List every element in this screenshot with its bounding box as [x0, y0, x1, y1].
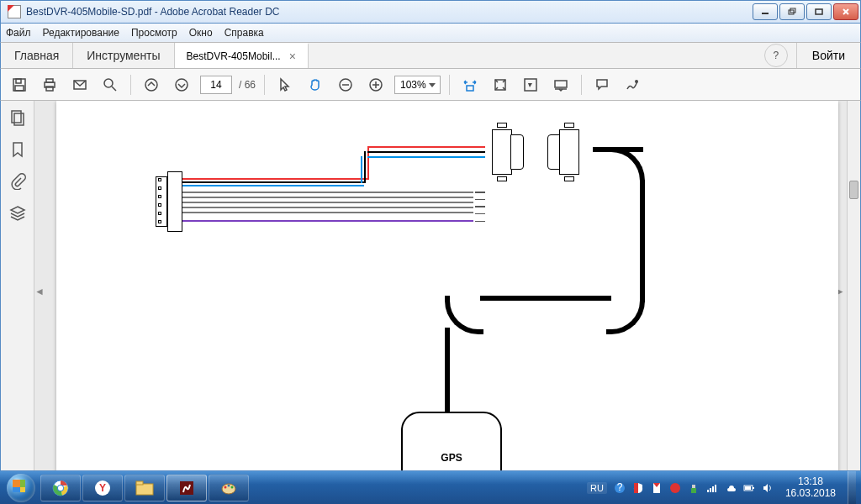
- db9-female-icon: [544, 124, 594, 180]
- svg-point-16: [176, 79, 188, 91]
- zoom-in-icon[interactable]: [364, 73, 388, 97]
- windows-orb-icon: [7, 474, 35, 502]
- scrollbar-thumb[interactable]: [849, 181, 858, 199]
- fit-width-icon[interactable]: [458, 73, 482, 97]
- tray-generic-icon[interactable]: [669, 482, 681, 494]
- start-button[interactable]: [3, 471, 39, 505]
- close-tab-icon[interactable]: ×: [289, 50, 296, 63]
- clock[interactable]: 13:18 16.03.2018: [780, 476, 841, 498]
- volume-tray-icon[interactable]: [762, 482, 774, 494]
- action-center-icon[interactable]: [651, 482, 663, 494]
- thumbnails-icon[interactable]: [9, 109, 26, 126]
- db9-male-icon: [477, 124, 527, 180]
- minimize-button[interactable]: [753, 3, 778, 20]
- language-indicator[interactable]: RU: [587, 482, 607, 494]
- menu-bar: Файл Редактирование Просмотр Окно Справк…: [0, 24, 861, 42]
- svg-rect-11: [46, 87, 53, 91]
- svg-point-15: [145, 79, 157, 91]
- pdf-page: GPS: [56, 101, 838, 470]
- hand-tool-icon[interactable]: [304, 73, 327, 97]
- sign-icon[interactable]: [621, 73, 644, 97]
- window-title: BestDVR-405Mobile-SD.pdf - Adobe Acrobat…: [26, 6, 753, 18]
- save-icon[interactable]: [8, 73, 31, 97]
- gps-module: GPS: [401, 412, 502, 470]
- zoom-value: 103%: [400, 79, 426, 91]
- diagram: GPS: [56, 101, 838, 470]
- network-tray-icon[interactable]: [706, 482, 718, 494]
- gps-label: GPS: [441, 452, 462, 464]
- mail-icon[interactable]: [68, 73, 92, 97]
- taskbar-paint[interactable]: [209, 475, 249, 501]
- fullscreen-icon[interactable]: [519, 73, 542, 97]
- svg-rect-36: [136, 484, 153, 495]
- battery-tray-icon[interactable]: [743, 482, 755, 494]
- taskbar-explorer[interactable]: [124, 475, 165, 501]
- page-down-icon[interactable]: [170, 73, 193, 97]
- svg-rect-51: [712, 486, 714, 492]
- layers-icon[interactable]: [9, 205, 26, 222]
- help-tray-icon[interactable]: ?: [614, 482, 626, 494]
- page-count-label: / 66: [239, 79, 256, 91]
- taskbar-acrobat[interactable]: [166, 475, 207, 501]
- svg-rect-7: [16, 79, 21, 83]
- onedrive-tray-icon[interactable]: [725, 482, 737, 494]
- clock-date: 16.03.2018: [785, 488, 836, 499]
- close-button[interactable]: [833, 3, 858, 20]
- print-icon[interactable]: [38, 73, 61, 97]
- document-tab-label: BestDVR-405Mobil...: [187, 50, 281, 62]
- maximize-button[interactable]: [806, 3, 832, 20]
- svg-rect-25: [555, 81, 567, 87]
- zoom-select[interactable]: 103%: [394, 76, 441, 94]
- security-tray-icon[interactable]: [632, 482, 644, 494]
- tab-home[interactable]: Главная: [1, 43, 73, 68]
- fit-page-icon[interactable]: [489, 73, 512, 97]
- svg-point-40: [224, 486, 227, 488]
- read-mode-icon[interactable]: [549, 73, 573, 97]
- window-titlebar: BestDVR-405Mobile-SD.pdf - Adobe Acrobat…: [0, 0, 861, 24]
- svg-rect-10: [46, 79, 53, 82]
- svg-line-14: [112, 87, 116, 91]
- svg-rect-52: [715, 485, 716, 492]
- document-viewport[interactable]: ◄ ►: [34, 101, 860, 470]
- login-button[interactable]: Войти: [796, 43, 860, 68]
- bookmarks-icon[interactable]: [9, 141, 26, 158]
- menu-edit[interactable]: Редактирование: [43, 27, 119, 39]
- svg-point-41: [228, 484, 230, 486]
- attachments-icon[interactable]: [9, 173, 26, 190]
- vertical-scrollbar[interactable]: [847, 101, 860, 470]
- toolbar: / 66 103%: [0, 69, 861, 101]
- svg-rect-45: [634, 483, 638, 493]
- show-desktop-button[interactable]: [848, 471, 856, 505]
- svg-rect-55: [745, 486, 751, 490]
- search-icon[interactable]: [98, 73, 122, 97]
- menu-file[interactable]: Файл: [6, 27, 31, 39]
- svg-rect-37: [136, 481, 143, 485]
- prev-page-arrow[interactable]: ◄: [36, 286, 43, 297]
- svg-rect-47: [691, 488, 696, 493]
- page-number-input[interactable]: [200, 76, 232, 94]
- svg-rect-29: [14, 113, 24, 125]
- restore-button[interactable]: [779, 3, 805, 20]
- clock-time: 13:18: [785, 476, 836, 487]
- svg-point-13: [104, 79, 113, 87]
- taskbar-chrome[interactable]: [40, 475, 81, 501]
- svg-rect-8: [15, 86, 24, 91]
- menu-help[interactable]: Справка: [224, 27, 264, 39]
- svg-text:Y: Y: [99, 482, 106, 494]
- zoom-out-icon[interactable]: [334, 73, 357, 97]
- document-tab[interactable]: BestDVR-405Mobil... ×: [175, 43, 309, 68]
- svg-point-33: [58, 486, 63, 491]
- menu-view[interactable]: Просмотр: [131, 27, 177, 39]
- comment-icon[interactable]: [590, 73, 614, 97]
- help-button[interactable]: ?: [764, 44, 788, 67]
- taskbar-yandex[interactable]: Y: [82, 475, 123, 501]
- svg-rect-22: [467, 86, 473, 91]
- app-icon: [8, 5, 21, 18]
- svg-rect-48: [692, 485, 695, 488]
- usb-tray-icon[interactable]: [688, 482, 700, 494]
- svg-rect-50: [710, 488, 711, 492]
- tab-tools[interactable]: Инструменты: [73, 43, 174, 68]
- select-tool-icon[interactable]: [273, 73, 297, 97]
- menu-window[interactable]: Окно: [189, 27, 213, 39]
- page-up-icon[interactable]: [140, 73, 163, 97]
